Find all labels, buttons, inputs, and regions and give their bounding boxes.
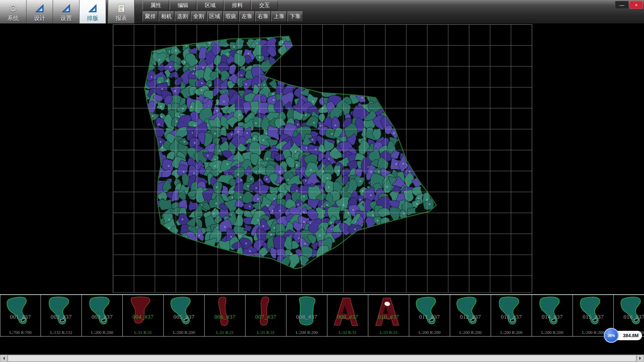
piece-name: 008_#37 <box>286 314 327 320</box>
piece-shape <box>371 295 406 329</box>
piece-thumb-006[interactable]: 006_#37L:21 R:21 <box>205 295 246 336</box>
tool-button-defect[interactable]: 瑕疵 <box>223 11 238 22</box>
piece-thumb-012[interactable]: 012_#37L:200 R:200 <box>450 295 491 336</box>
pieces-panel: 001_#37L:700 R:700002_#37L:132 R:132003_… <box>0 294 644 337</box>
tool-button-align-top[interactable]: 上靠 <box>271 11 287 22</box>
piece-shape <box>289 295 324 329</box>
tool-button-select-cut[interactable]: 选割 <box>175 11 190 22</box>
piece-lr-count: L:31 R:31 <box>246 330 286 335</box>
piece-name: 006_#37 <box>205 314 245 320</box>
app-tab-label: 设计 <box>34 14 45 22</box>
app-tab-label: 系统 <box>7 14 19 22</box>
piece-name: 012_#37 <box>450 314 491 320</box>
close-button[interactable]: × <box>630 1 643 9</box>
set-square-icon <box>61 2 71 14</box>
piece-lr-count: L:200 R:200 <box>491 330 532 335</box>
tool-button-region[interactable]: 区域 <box>207 11 222 22</box>
menu-tab-edit[interactable]: 编辑 <box>170 1 196 10</box>
piece-name: 013_#37 <box>491 314 532 320</box>
tool-button-cut-all[interactable]: 全割 <box>191 11 206 22</box>
piece-name: 001_#37 <box>0 314 41 320</box>
piece-thumb-014[interactable]: 014_#37L:200 R:200 <box>532 295 573 336</box>
piece-thumb-008[interactable]: 008_#37L:200 R:200 <box>286 295 327 336</box>
horizontal-scrollbar[interactable] <box>0 355 644 362</box>
gear-icon: ⚙ <box>9 2 18 14</box>
piece-shape <box>3 295 38 329</box>
piece-name: 009_#37 <box>327 314 368 320</box>
piece-thumb-009[interactable]: 009_#37L:32 R:31 <box>327 295 368 336</box>
grid-layer <box>113 24 532 293</box>
piece-lr-count: L:33 R:33 <box>368 330 409 335</box>
piece-shape <box>44 295 78 329</box>
piece-lr-count: L:21 R:21 <box>205 330 245 335</box>
piece-shape <box>126 295 160 329</box>
title-bar: ⚙系统设计设置排版报表 属性编辑区域排料交互 聚排相机选割全割区域瑕疵左靠右靠上… <box>0 0 644 23</box>
piece-lr-count: L:32 R:31 <box>327 330 368 335</box>
app-tab-label: 设置 <box>60 14 72 22</box>
piece-thumb-007[interactable]: 007_#37L:31 R:31 <box>246 295 286 336</box>
set-square-icon <box>88 2 97 14</box>
piece-shape <box>412 295 446 329</box>
set-square-icon <box>35 2 44 14</box>
piece-name: 005_#37 <box>164 314 204 320</box>
piece-lr-count: L:700 R:700 <box>0 330 41 335</box>
app-tab-label: 排版 <box>87 14 98 22</box>
piece-thumb-011[interactable]: 011_#37L:200 R:200 <box>409 295 450 336</box>
piece-shape <box>330 295 365 329</box>
piece-name: 010_#37 <box>368 314 409 320</box>
tool-button-align-left[interactable]: 左靠 <box>239 11 255 22</box>
piece-name: 016_#37 <box>614 314 644 320</box>
menu-tab-properties[interactable]: 属性 <box>143 1 169 10</box>
app-tab-report[interactable]: 报表 <box>108 0 135 23</box>
piece-lr-count: L:200 R:200 <box>532 330 573 335</box>
app-tab-system[interactable]: ⚙系统 <box>0 0 26 23</box>
menu-tab-interact[interactable]: 交互 <box>251 1 278 10</box>
menu-area: 属性编辑区域排料交互 聚排相机选割全割区域瑕疵左靠右靠上靠下靠 <box>143 0 303 22</box>
tool-button-camera[interactable]: 相机 <box>159 11 174 22</box>
app-tab-label: 报表 <box>116 14 127 22</box>
app-tab-layout[interactable]: 排版 <box>79 0 106 23</box>
piece-shape <box>535 295 569 329</box>
tool-button-cluster-nest[interactable]: 聚排 <box>143 11 158 22</box>
piece-thumb-013[interactable]: 013_#37L:200 R:200 <box>491 295 532 336</box>
piece-thumb-002[interactable]: 002_#37L:132 R:132 <box>41 295 82 336</box>
tool-button-row: 聚排相机选割全割区域瑕疵左靠右靠上靠下靠 <box>143 11 303 22</box>
piece-lr-count: L:200 R:200 <box>164 330 204 335</box>
app-window: ⚙系统设计设置排版报表 属性编辑区域排料交互 聚排相机选割全割区域瑕疵左靠右靠上… <box>0 0 644 362</box>
piece-shape <box>453 295 487 329</box>
piece-name: 003_#37 <box>82 314 122 320</box>
piece-name: 014_#37 <box>532 314 573 320</box>
piece-thumb-004[interactable]: 004_#37L:31 R:31 <box>123 295 164 336</box>
memory-widget: 384.8M 38% <box>604 328 643 343</box>
left-triangle-icon <box>1 357 5 360</box>
scroll-right-arrow[interactable] <box>637 355 644 362</box>
right-triangle-icon <box>639 357 643 360</box>
piece-name: 007_#37 <box>246 314 286 320</box>
piece-thumb-001[interactable]: 001_#37L:700 R:700 <box>0 295 41 336</box>
piece-thumb-005[interactable]: 005_#37L:200 R:200 <box>164 295 205 336</box>
scroll-left-arrow[interactable] <box>0 355 7 362</box>
scroll-thumb[interactable] <box>8 355 636 362</box>
app-launcher-bar: ⚙系统设计设置排版报表 <box>0 0 135 23</box>
menu-tab-region[interactable]: 区域 <box>197 1 223 10</box>
menu-tab-nesting[interactable]: 排料 <box>224 1 251 10</box>
tool-button-align-right[interactable]: 右靠 <box>255 11 271 22</box>
nesting-canvas[interactable] <box>0 23 644 294</box>
app-tab-settings[interactable]: 设置 <box>53 0 79 23</box>
piece-shape <box>249 295 283 329</box>
piece-thumb-003[interactable]: 003_#37L:200 R:200 <box>82 295 123 336</box>
piece-thumb-010[interactable]: 010_#37L:33 R:33 <box>368 295 409 336</box>
app-tab-design[interactable]: 设计 <box>26 0 53 23</box>
piece-lr-count: L:200 R:200 <box>450 330 491 335</box>
piece-lr-count: L:132 R:132 <box>41 330 82 335</box>
minimize-button[interactable]: — <box>615 1 629 9</box>
piece-lr-count: L:200 R:200 <box>82 330 122 335</box>
piece-name: 011_#37 <box>409 314 450 320</box>
piece-lr-count: L:200 R:200 <box>409 330 450 335</box>
window-controls: — × <box>615 1 643 9</box>
piece-name: 002_#37 <box>41 314 82 320</box>
piece-shape <box>494 295 528 329</box>
piece-shape <box>85 295 119 329</box>
piece-shape <box>167 295 201 329</box>
tool-button-align-bottom[interactable]: 下靠 <box>287 11 303 22</box>
